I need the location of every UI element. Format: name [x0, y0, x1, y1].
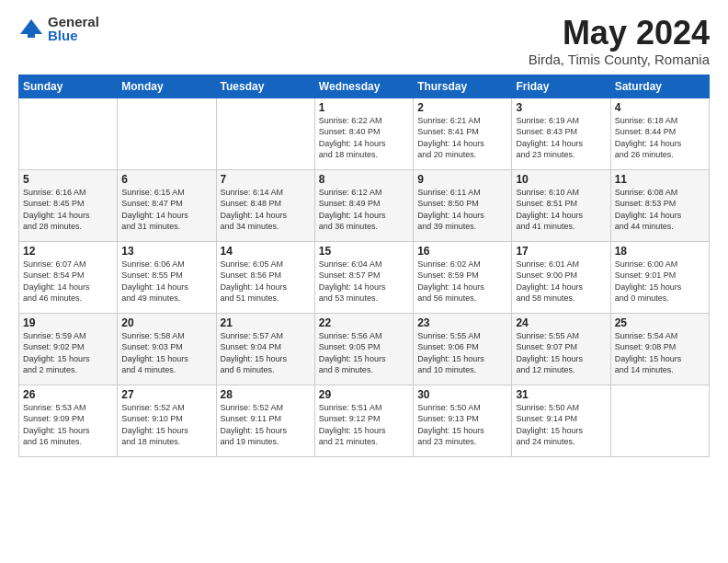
day-cell: 16Sunrise: 6:02 AM Sunset: 8:59 PM Dayli… [414, 241, 512, 313]
calendar-title: May 2024 [529, 15, 710, 52]
day-info: Sunrise: 6:22 AM Sunset: 8:40 PM Dayligh… [319, 115, 409, 161]
logo-general: General [48, 15, 99, 29]
day-number: 6 [121, 173, 211, 186]
day-cell: 12Sunrise: 6:07 AM Sunset: 8:54 PM Dayli… [19, 241, 118, 313]
svg-rect-2 [28, 29, 35, 38]
day-cell: 1Sunrise: 6:22 AM Sunset: 8:40 PM Daylig… [314, 98, 413, 169]
day-cell: 22Sunrise: 5:56 AM Sunset: 9:05 PM Dayli… [314, 313, 413, 385]
day-number: 29 [319, 388, 409, 401]
day-info: Sunrise: 6:15 AM Sunset: 8:47 PM Dayligh… [121, 187, 211, 233]
day-number: 7 [221, 173, 311, 186]
day-info: Sunrise: 5:55 AM Sunset: 9:07 PM Dayligh… [516, 330, 606, 376]
header-cell-wednesday: Wednesday [314, 75, 413, 98]
day-cell [118, 98, 216, 169]
day-cell: 10Sunrise: 6:10 AM Sunset: 8:51 PM Dayli… [512, 169, 610, 241]
week-row-2: 12Sunrise: 6:07 AM Sunset: 8:54 PM Dayli… [19, 241, 710, 313]
day-info: Sunrise: 6:14 AM Sunset: 8:48 PM Dayligh… [221, 187, 311, 233]
day-cell: 14Sunrise: 6:05 AM Sunset: 8:56 PM Dayli… [216, 241, 314, 313]
day-cell: 27Sunrise: 5:52 AM Sunset: 9:10 PM Dayli… [118, 385, 216, 456]
day-cell [216, 98, 314, 169]
logo: General Blue [18, 15, 99, 42]
day-cell: 20Sunrise: 5:58 AM Sunset: 9:03 PM Dayli… [118, 313, 216, 385]
day-number: 10 [516, 173, 606, 186]
day-number: 18 [615, 245, 705, 258]
day-info: Sunrise: 5:56 AM Sunset: 9:05 PM Dayligh… [319, 330, 409, 376]
day-info: Sunrise: 6:10 AM Sunset: 8:51 PM Dayligh… [516, 187, 606, 233]
header-cell-tuesday: Tuesday [216, 75, 314, 98]
header-cell-saturday: Saturday [610, 75, 709, 98]
day-number: 23 [417, 316, 507, 329]
day-cell: 13Sunrise: 6:06 AM Sunset: 8:55 PM Dayli… [118, 241, 216, 313]
day-cell: 15Sunrise: 6:04 AM Sunset: 8:57 PM Dayli… [314, 241, 413, 313]
day-number: 31 [516, 388, 606, 401]
day-info: Sunrise: 6:01 AM Sunset: 9:00 PM Dayligh… [516, 259, 606, 304]
day-number: 16 [417, 245, 507, 258]
day-cell: 24Sunrise: 5:55 AM Sunset: 9:07 PM Dayli… [512, 313, 610, 385]
day-number: 24 [516, 316, 606, 329]
calendar-table: SundayMondayTuesdayWednesdayThursdayFrid… [18, 75, 710, 457]
week-row-0: 1Sunrise: 6:22 AM Sunset: 8:40 PM Daylig… [19, 98, 710, 169]
day-info: Sunrise: 5:55 AM Sunset: 9:06 PM Dayligh… [417, 330, 507, 376]
header-cell-thursday: Thursday [414, 75, 512, 98]
day-info: Sunrise: 6:19 AM Sunset: 8:43 PM Dayligh… [516, 115, 606, 161]
day-number: 17 [516, 245, 606, 258]
day-number: 1 [319, 101, 409, 114]
header-cell-friday: Friday [512, 75, 610, 98]
day-cell: 23Sunrise: 5:55 AM Sunset: 9:06 PM Dayli… [414, 313, 512, 385]
week-row-1: 5Sunrise: 6:16 AM Sunset: 8:45 PM Daylig… [19, 169, 710, 241]
day-number: 28 [221, 388, 311, 401]
day-cell: 7Sunrise: 6:14 AM Sunset: 8:48 PM Daylig… [216, 169, 314, 241]
day-number: 22 [319, 316, 409, 329]
calendar-body: 1Sunrise: 6:22 AM Sunset: 8:40 PM Daylig… [19, 98, 710, 456]
day-number: 20 [121, 316, 211, 329]
header-row: SundayMondayTuesdayWednesdayThursdayFrid… [19, 75, 710, 98]
day-info: Sunrise: 6:07 AM Sunset: 8:54 PM Dayligh… [23, 259, 113, 304]
day-info: Sunrise: 6:02 AM Sunset: 8:59 PM Dayligh… [417, 259, 507, 304]
day-info: Sunrise: 5:51 AM Sunset: 9:12 PM Dayligh… [319, 402, 409, 448]
day-cell: 8Sunrise: 6:12 AM Sunset: 8:49 PM Daylig… [314, 169, 413, 241]
day-info: Sunrise: 5:50 AM Sunset: 9:13 PM Dayligh… [417, 402, 507, 448]
day-number: 26 [23, 388, 113, 401]
day-cell: 3Sunrise: 6:19 AM Sunset: 8:43 PM Daylig… [512, 98, 610, 169]
day-info: Sunrise: 6:06 AM Sunset: 8:55 PM Dayligh… [121, 259, 211, 304]
day-info: Sunrise: 5:54 AM Sunset: 9:08 PM Dayligh… [615, 330, 705, 376]
day-cell: 30Sunrise: 5:50 AM Sunset: 9:13 PM Dayli… [414, 385, 512, 456]
week-row-4: 26Sunrise: 5:53 AM Sunset: 9:09 PM Dayli… [19, 385, 710, 456]
day-cell: 26Sunrise: 5:53 AM Sunset: 9:09 PM Dayli… [19, 385, 118, 456]
day-cell: 28Sunrise: 5:52 AM Sunset: 9:11 PM Dayli… [216, 385, 314, 456]
day-number: 27 [121, 388, 211, 401]
day-info: Sunrise: 5:52 AM Sunset: 9:10 PM Dayligh… [121, 402, 211, 448]
day-number: 8 [319, 173, 409, 186]
day-number: 25 [615, 316, 705, 329]
day-cell: 25Sunrise: 5:54 AM Sunset: 9:08 PM Dayli… [610, 313, 709, 385]
day-info: Sunrise: 6:08 AM Sunset: 8:53 PM Dayligh… [615, 187, 705, 233]
day-number: 13 [121, 245, 211, 258]
calendar-subtitle: Birda, Timis County, Romania [529, 52, 710, 67]
day-cell: 6Sunrise: 6:15 AM Sunset: 8:47 PM Daylig… [118, 169, 216, 241]
day-number: 19 [23, 316, 113, 329]
day-info: Sunrise: 6:12 AM Sunset: 8:49 PM Dayligh… [319, 187, 409, 233]
day-info: Sunrise: 6:05 AM Sunset: 8:56 PM Dayligh… [221, 259, 311, 304]
header: General Blue May 2024 Birda, Timis Count… [18, 15, 710, 67]
day-number: 4 [615, 101, 705, 114]
day-info: Sunrise: 6:18 AM Sunset: 8:44 PM Dayligh… [615, 115, 705, 161]
day-number: 12 [23, 245, 113, 258]
title-area: May 2024 Birda, Timis County, Romania [529, 15, 710, 67]
day-info: Sunrise: 6:00 AM Sunset: 9:01 PM Dayligh… [615, 259, 705, 304]
day-cell: 11Sunrise: 6:08 AM Sunset: 8:53 PM Dayli… [610, 169, 709, 241]
day-number: 3 [516, 101, 606, 114]
day-cell: 5Sunrise: 6:16 AM Sunset: 8:45 PM Daylig… [19, 169, 118, 241]
day-cell: 31Sunrise: 5:50 AM Sunset: 9:14 PM Dayli… [512, 385, 610, 456]
header-cell-monday: Monday [118, 75, 216, 98]
day-info: Sunrise: 6:21 AM Sunset: 8:41 PM Dayligh… [417, 115, 507, 161]
week-row-3: 19Sunrise: 5:59 AM Sunset: 9:02 PM Dayli… [19, 313, 710, 385]
day-number: 2 [417, 101, 507, 114]
day-info: Sunrise: 6:04 AM Sunset: 8:57 PM Dayligh… [319, 259, 409, 304]
day-info: Sunrise: 5:59 AM Sunset: 9:02 PM Dayligh… [23, 330, 113, 376]
day-info: Sunrise: 6:16 AM Sunset: 8:45 PM Dayligh… [23, 187, 113, 233]
day-info: Sunrise: 5:50 AM Sunset: 9:14 PM Dayligh… [516, 402, 606, 448]
day-number: 21 [221, 316, 311, 329]
day-cell: 4Sunrise: 6:18 AM Sunset: 8:44 PM Daylig… [610, 98, 709, 169]
day-cell [610, 385, 709, 456]
day-number: 11 [615, 173, 705, 186]
